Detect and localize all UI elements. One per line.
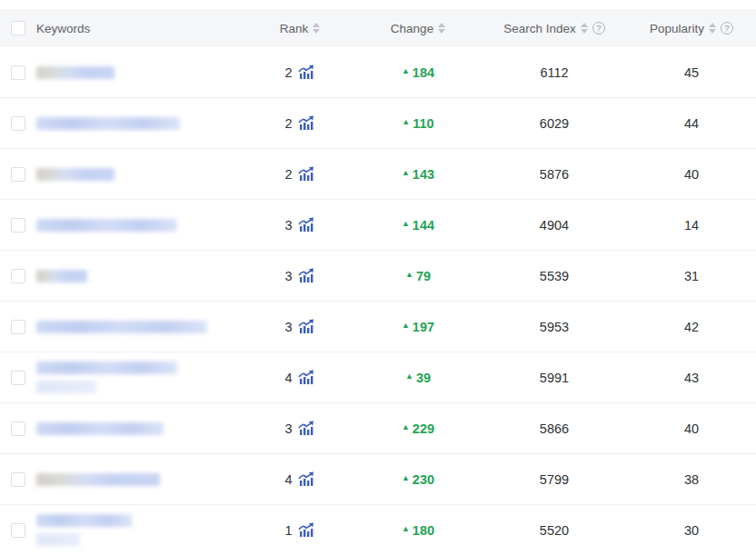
search-index-value: 5539 [540,269,569,283]
trend-chart-icon[interactable] [298,166,315,182]
change-up-arrow-icon: ▲ [402,118,410,126]
search-index-header-label: Search Index [503,22,576,35]
change-value: 230 [413,472,434,487]
keyword-redacted [36,514,132,546]
sort-icon[interactable] [438,23,445,34]
change-value: 180 [413,523,434,538]
rank-value: 3 [284,269,292,283]
popularity-value: 30 [684,523,699,538]
popularity-value: 14 [684,218,699,233]
row-checkbox[interactable] [11,167,25,182]
row-checkbox[interactable] [11,269,25,283]
keyword-redacted-text [36,270,87,282]
column-search-index: Search Index ? [482,22,627,35]
trend-chart-icon[interactable] [298,64,315,80]
trend-chart-icon[interactable] [298,319,315,334]
change-up-arrow-icon: ▲ [405,271,413,279]
rank-value: 2 [284,116,292,131]
rank-value: 1 [284,523,292,538]
sort-icon[interactable] [709,23,716,34]
search-index-value: 5953 [540,320,569,334]
keyword-redacted [36,66,114,79]
keyword-redacted [36,422,164,435]
change-value: 143 [413,167,434,182]
table-row: 4 ▲ 39 5991 43 [0,352,756,403]
sort-icon[interactable] [313,23,320,34]
popularity-value: 40 [684,421,699,436]
table-body: 2 ▲ 184 6112 45 [0,47,756,555]
rank-value: 4 [284,371,292,385]
change-header-label: Change [391,22,433,35]
column-keywords: Keywords [36,22,245,35]
keyword-redacted [36,270,87,282]
keyword-redacted [36,473,160,486]
keyword-redacted [36,362,177,393]
row-checkbox[interactable] [11,116,25,131]
rank-value: 3 [284,320,292,334]
help-icon[interactable]: ? [721,22,733,35]
keyword-redacted-text [36,321,207,333]
row-checkbox[interactable] [11,65,25,80]
change-up-arrow-icon: ▲ [402,423,410,431]
row-checkbox[interactable] [11,320,25,334]
trend-chart-icon[interactable] [298,115,315,131]
trend-chart-icon[interactable] [298,421,315,436]
trend-chart-icon[interactable] [298,268,315,283]
keywords-table: Keywords Rank Change Search Index ? Popu… [0,0,756,555]
popularity-value: 43 [684,371,699,385]
table-row: 2 ▲ 143 5876 40 [0,149,756,200]
change-up-arrow-icon: ▲ [402,525,410,533]
search-index-value: 6029 [540,116,569,131]
table-row: 2 ▲ 184 6112 45 [0,47,756,98]
keyword-redacted-text [36,381,96,393]
row-checkbox[interactable] [11,218,25,233]
keyword-redacted-text [36,533,80,546]
change-up-arrow-icon: ▲ [402,322,410,330]
change-up-arrow-icon: ▲ [402,67,410,75]
keyword-redacted-text [36,422,164,435]
table-row: 4 ▲ 230 5799 38 [0,454,756,505]
change-value: 229 [413,421,434,436]
rank-header-label: Rank [280,22,309,35]
keyword-redacted-text [36,219,177,232]
keyword-redacted-text [36,473,160,486]
row-checkbox[interactable] [11,523,25,538]
change-value: 184 [413,65,434,80]
trend-chart-icon[interactable] [298,370,315,385]
select-all-checkbox[interactable] [11,21,25,35]
change-value: 144 [413,218,434,233]
row-checkbox[interactable] [11,371,25,385]
popularity-value: 40 [684,167,699,182]
change-value: 110 [413,116,433,131]
search-index-value: 5876 [540,167,569,182]
keyword-redacted [36,117,180,130]
help-icon[interactable]: ? [592,22,605,35]
table-row: 3 ▲ 144 4904 14 [0,200,756,251]
row-checkbox[interactable] [11,421,25,436]
column-change: Change [354,22,482,35]
search-index-value: 5799 [540,472,569,487]
change-up-arrow-icon: ▲ [402,169,410,177]
table-row: 1 ▲ 180 5520 30 [0,505,756,555]
popularity-header-label: Popularity [650,22,704,35]
search-index-value: 5991 [540,371,569,385]
change-value: 39 [416,371,431,385]
keyword-redacted [36,219,177,232]
column-popularity: Popularity ? [627,22,756,35]
keyword-redacted-text [36,117,180,130]
keyword-redacted-text [36,362,177,374]
sort-icon[interactable] [581,23,588,34]
trend-chart-icon[interactable] [298,217,315,233]
trend-chart-icon[interactable] [298,522,315,538]
popularity-value: 38 [684,472,699,487]
row-checkbox[interactable] [11,472,25,487]
popularity-value: 31 [684,269,699,283]
popularity-value: 44 [684,116,699,131]
change-up-arrow-icon: ▲ [402,220,410,228]
keyword-redacted [36,168,114,181]
popularity-value: 45 [684,65,699,80]
keyword-redacted-text [36,66,114,79]
trend-chart-icon[interactable] [298,471,315,487]
keyword-redacted-text [36,514,132,527]
table-row: 3 ▲ 79 5539 31 [0,251,756,302]
